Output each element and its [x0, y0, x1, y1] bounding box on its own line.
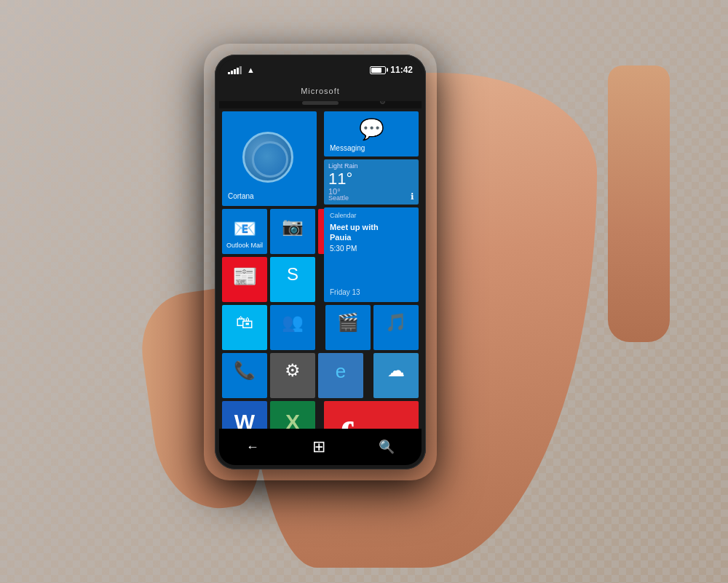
fingers — [608, 66, 670, 342]
calendar-title: Calendar — [330, 212, 357, 219]
excel-x-icon: X — [285, 410, 300, 429]
status-left: ▲ — [228, 66, 255, 74]
tile-people[interactable]: 👥 — [270, 305, 315, 350]
news-icon: 📰 — [232, 264, 258, 288]
weather-city: Seattle — [328, 194, 349, 202]
battery-icon — [370, 66, 386, 74]
store-icon: 🛍 — [236, 312, 253, 333]
nav-bar: ← ⊞ 🔍 — [219, 429, 422, 465]
skype-icon: S — [287, 264, 298, 285]
weather-temp-main: 11° — [328, 170, 352, 189]
flipboard-f-icon: f — [339, 416, 353, 429]
clock: 11:42 — [390, 65, 413, 75]
tile-calendar[interactable]: Calendar Meet up withPauia5:30 PM Friday… — [324, 207, 419, 302]
bar-3 — [234, 69, 236, 74]
onedrive-icon: ☁ — [387, 360, 405, 381]
tile-word[interactable]: W — [222, 401, 267, 429]
cortana-outer-ring — [242, 132, 293, 183]
bar-1 — [228, 72, 230, 74]
calendar-date: Friday 13 — [330, 288, 360, 296]
windows-button[interactable]: ⊞ — [301, 432, 337, 462]
phone-body: Microsoft ▲ — [215, 55, 426, 469]
edge-icon: e — [336, 360, 346, 383]
tile-onedrive[interactable]: ☁ — [373, 353, 419, 398]
phone-face: Microsoft ▲ — [219, 59, 422, 465]
cortana-inner-ring — [252, 141, 288, 178]
word-w-icon: W — [234, 410, 255, 429]
speaker-grill — [302, 101, 339, 105]
webcam-icon: 📷 — [282, 216, 304, 237]
battery-fill — [371, 68, 381, 73]
status-right: 11:42 — [370, 65, 413, 75]
tile-weather[interactable]: Light Rain 11° 10° Seattle ℹ — [324, 159, 419, 205]
scene: Microsoft ▲ — [0, 0, 728, 583]
brand-text: Microsoft — [301, 87, 340, 95]
tile-store[interactable]: 🛍 — [222, 305, 267, 350]
brand-bar: Microsoft — [219, 81, 422, 101]
signal-bars — [228, 66, 242, 74]
outlook-icon: 📧 — [233, 218, 256, 240]
tile-messaging[interactable]: 💬 Messaging — [324, 111, 419, 156]
tile-skype[interactable]: S — [270, 257, 315, 302]
back-button[interactable]: ← — [234, 434, 271, 461]
weather-condition: Light Rain — [328, 162, 358, 170]
tile-webcam[interactable]: 📷 — [270, 209, 315, 254]
video-icon: 🎬 — [337, 312, 359, 333]
bar-4 — [237, 68, 239, 74]
cortana-label: Cortana — [228, 192, 254, 200]
tile-excel[interactable]: X — [270, 401, 315, 429]
search-button[interactable]: 🔍 — [367, 433, 406, 461]
tile-phone[interactable]: 📞 — [222, 353, 267, 398]
tile-music[interactable]: 🎵 — [373, 305, 419, 350]
outlook-label: Outlook Mail — [226, 242, 263, 250]
messaging-label: Messaging — [330, 144, 365, 152]
tile-edge[interactable]: e — [318, 353, 363, 398]
status-bar: ▲ 11:42 — [219, 59, 422, 81]
phone-icon: 📞 — [234, 360, 256, 381]
screen: Cortana 💬 Messaging Light Rain 11° 10° S… — [219, 108, 422, 429]
wifi-icon: ▲ — [247, 66, 255, 74]
bar-5 — [240, 66, 242, 74]
music-icon: 🎵 — [385, 312, 407, 333]
weather-info-icon: ℹ — [411, 191, 414, 202]
tile-news[interactable]: 📰 — [222, 257, 267, 302]
tiles-area: Cortana 💬 Messaging Light Rain 11° 10° S… — [219, 108, 422, 429]
calendar-time: 5:30 PM — [330, 245, 357, 253]
tile-cortana[interactable]: Cortana — [222, 111, 317, 206]
bar-2 — [231, 71, 233, 74]
messaging-icon: 💬 — [359, 117, 384, 141]
tile-flipboard[interactable]: f — [324, 401, 419, 429]
tile-outlook[interactable]: 📧 Outlook Mail — [222, 209, 267, 254]
calendar-event: Meet up withPauia5:30 PM — [330, 222, 379, 253]
tile-settings[interactable]: ⚙ — [270, 353, 315, 398]
people-icon: 👥 — [282, 312, 304, 333]
tile-video[interactable]: 🎬 — [325, 305, 371, 350]
settings-icon: ⚙ — [285, 360, 301, 381]
